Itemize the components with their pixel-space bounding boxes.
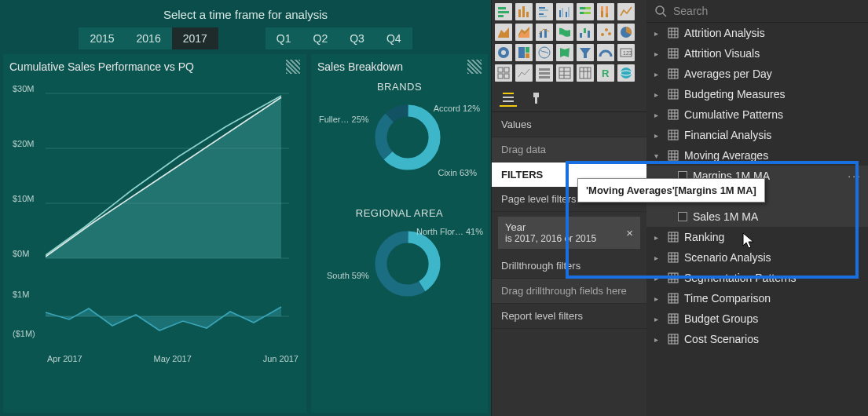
field-table-budgeting-measures[interactable]: ▸Budgeting Measures bbox=[646, 84, 868, 104]
card-icon[interactable]: 123 bbox=[617, 44, 635, 61]
variance-line-chart bbox=[46, 285, 289, 348]
values-drop-area[interactable]: Drag data bbox=[492, 137, 646, 162]
ribbon-icon[interactable] bbox=[556, 24, 573, 41]
donut-icon[interactable] bbox=[495, 44, 512, 61]
ytick-pos1m: $1M bbox=[13, 290, 29, 299]
clustered-column-icon[interactable] bbox=[556, 3, 573, 20]
table-icon bbox=[668, 313, 679, 324]
checkbox-icon[interactable] bbox=[678, 212, 687, 221]
filled-map-icon[interactable] bbox=[556, 44, 573, 61]
svg-rect-55 bbox=[539, 68, 550, 71]
xtick-jun: Jun 2017 bbox=[263, 354, 298, 367]
pie-icon[interactable] bbox=[617, 24, 635, 41]
stacked-column-icon[interactable] bbox=[515, 3, 533, 20]
timeframe-label: Select a time frame for analysis bbox=[3, 3, 488, 27]
field-table-budget-groups[interactable]: ▸Budget Groups bbox=[646, 308, 868, 329]
r-visual-icon[interactable]: R bbox=[597, 64, 614, 82]
area-chart-icon[interactable] bbox=[495, 24, 512, 41]
field-table-time-comparison[interactable]: ▸Time Comparison bbox=[646, 288, 868, 308]
field-tooltip: 'Moving Averages'[Margins 1M MA] bbox=[577, 178, 765, 203]
svg-rect-12 bbox=[498, 7, 506, 9]
stacked-area-icon[interactable] bbox=[515, 24, 533, 41]
drillthrough-drop[interactable]: Drag drillthrough fields here bbox=[492, 279, 646, 304]
stacked-bar-icon[interactable] bbox=[495, 3, 512, 20]
waterfall-icon[interactable] bbox=[577, 24, 594, 41]
year-2017-button[interactable]: 2017 bbox=[172, 27, 218, 49]
line-chart-icon[interactable] bbox=[617, 3, 635, 20]
fields-search[interactable]: Search bbox=[646, 0, 868, 23]
brand-cixin-label: Cixin 63% bbox=[438, 168, 477, 177]
table-icon bbox=[668, 109, 679, 120]
svg-rect-126 bbox=[668, 294, 678, 303]
svg-point-74 bbox=[656, 6, 664, 14]
main-chart-title: Cumulative Sales Performance vs PQ bbox=[9, 60, 194, 73]
fields-tab-icon[interactable] bbox=[500, 89, 517, 107]
slicer-icon[interactable] bbox=[536, 64, 553, 82]
focus-mode-icon[interactable] bbox=[467, 60, 482, 74]
field-table-attrition-analysis[interactable]: ▸Attrition Analysis bbox=[646, 23, 868, 43]
svg-rect-46 bbox=[526, 47, 529, 53]
field-table-scenario-analysis[interactable]: ▸Scenario Analysis bbox=[646, 247, 868, 268]
svg-rect-72 bbox=[533, 93, 539, 97]
q4-button[interactable]: Q4 bbox=[375, 27, 412, 49]
svg-rect-73 bbox=[535, 97, 537, 104]
matrix-icon[interactable] bbox=[577, 64, 594, 82]
svg-rect-21 bbox=[539, 16, 547, 17]
treemap-icon[interactable] bbox=[515, 44, 533, 61]
map-icon[interactable] bbox=[536, 44, 553, 61]
q2-button[interactable]: Q2 bbox=[302, 27, 339, 49]
more-icon[interactable]: ··· bbox=[848, 170, 862, 182]
stacked-col-100-icon[interactable] bbox=[597, 3, 614, 20]
format-tabs bbox=[492, 85, 646, 112]
arcgis-icon[interactable] bbox=[617, 64, 635, 82]
close-icon[interactable]: × bbox=[626, 226, 633, 239]
field-table-attrition-visuals[interactable]: ▸Attrition Visuals bbox=[646, 43, 868, 64]
table-icon[interactable] bbox=[556, 64, 573, 82]
svg-point-48 bbox=[539, 47, 550, 58]
format-tab-icon[interactable] bbox=[528, 89, 545, 107]
combo-chart-icon[interactable] bbox=[536, 24, 553, 41]
svg-rect-27 bbox=[585, 7, 591, 9]
main-chart-card[interactable]: Cumulative Sales Performance vs PQ $30M … bbox=[3, 54, 306, 413]
gauge-icon[interactable] bbox=[597, 44, 614, 61]
svg-rect-52 bbox=[504, 68, 509, 72]
svg-rect-111 bbox=[668, 232, 678, 242]
focus-mode-icon[interactable] bbox=[286, 60, 300, 74]
field-table-segmentation-patterns[interactable]: ▸Segmentation Patterns bbox=[646, 268, 868, 288]
stacked-bar-100-icon[interactable] bbox=[577, 3, 594, 20]
q1-button[interactable]: Q1 bbox=[266, 27, 302, 49]
drillthrough-label: Drillthrough filters bbox=[492, 254, 646, 279]
svg-rect-136 bbox=[668, 334, 678, 344]
year-2016-button[interactable]: 2016 bbox=[126, 27, 172, 49]
year-filter-chip[interactable]: Year is 2017, 2016 or 2015 × bbox=[498, 217, 640, 249]
kpi-icon[interactable] bbox=[515, 64, 533, 82]
year-2015-button[interactable]: 2015 bbox=[79, 27, 125, 49]
funnel-icon[interactable] bbox=[577, 44, 594, 61]
field-table-cumulative-patterns[interactable]: ▸Cumulative Patterns bbox=[646, 104, 868, 125]
q3-button[interactable]: Q3 bbox=[339, 27, 375, 49]
field-table-cost-scenarios[interactable]: ▸Cost Scenarios bbox=[646, 329, 868, 349]
field-table-financial-analysis[interactable]: ▸Financial Analysis bbox=[646, 125, 868, 145]
svg-rect-62 bbox=[580, 68, 591, 78]
brand-fuller-label: Fuller… 25% bbox=[319, 115, 369, 124]
search-placeholder: Search bbox=[673, 5, 708, 17]
cumulative-area-chart bbox=[46, 86, 289, 266]
svg-point-40 bbox=[605, 28, 608, 31]
ytick-20m: $20M bbox=[13, 139, 35, 148]
table-icon bbox=[668, 293, 679, 304]
svg-rect-37 bbox=[584, 28, 586, 33]
region-title: REGIONAL AREA bbox=[316, 207, 483, 219]
svg-rect-53 bbox=[498, 74, 503, 78]
multi-card-icon[interactable] bbox=[495, 64, 512, 82]
svg-rect-33 bbox=[606, 6, 608, 13]
table-icon bbox=[668, 89, 679, 100]
breakdown-card[interactable]: Sales Breakdown BRANDS Fuller… 25% Accor… bbox=[311, 54, 488, 413]
clustered-bar-icon[interactable] bbox=[536, 3, 553, 20]
report-filters-label: Report level filters bbox=[492, 304, 646, 329]
field-sales-1m-ma[interactable]: Sales 1M MA bbox=[646, 206, 868, 227]
field-table-averages-per-day[interactable]: ▸Averages per Day bbox=[646, 64, 868, 84]
svg-rect-31 bbox=[601, 6, 603, 11]
field-table-ranking[interactable]: ▸Ranking bbox=[646, 227, 868, 247]
scatter-icon[interactable] bbox=[597, 24, 614, 41]
field-table-moving-averages[interactable]: ▾Moving Averages bbox=[646, 145, 868, 166]
